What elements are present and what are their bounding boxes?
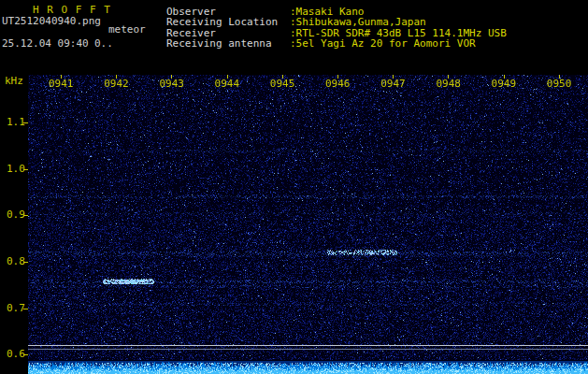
x-axis-time-label: 0949 [492, 79, 517, 89]
y-axis-freq-label: 0.8 [7, 256, 25, 266]
app-title: H R O F F T [33, 5, 111, 15]
echo-counter: 0.. [94, 38, 113, 49]
field-label: Receiver [166, 28, 290, 38]
frequency-unit-label: kHz [5, 76, 23, 86]
field-value: :5el Yagi Az 20 for Aomori VOR [290, 37, 476, 50]
x-axis-time-label: 0950 [547, 79, 572, 89]
x-axis-tick [116, 75, 117, 79]
observation-mode: meteor [108, 24, 146, 35]
x-axis-tick [171, 75, 172, 79]
spectrogram-canvas [28, 75, 588, 374]
y-axis-tick [23, 309, 28, 309]
y-axis-tick [23, 122, 28, 123]
field-label: Observer [166, 7, 290, 17]
y-axis-freq-label: 0.9 [7, 209, 25, 220]
x-axis-time-label: 0947 [380, 79, 406, 89]
x-axis-time-label: 0945 [270, 79, 295, 89]
x-axis-time-label: 0942 [104, 79, 129, 89]
hrofft-window: H R O F F T UT2512040940.png meteor 25.1… [0, 0, 588, 374]
x-axis-tick [559, 75, 560, 79]
x-axis-time-label: 0946 [325, 79, 351, 89]
y-axis-freq-label: 1.1 [7, 117, 25, 127]
y-axis-freq-label: 0.6 [7, 349, 25, 359]
station-info: Observer:Masaki Kano Receiving Location:… [166, 7, 507, 50]
x-axis-time-label: 0948 [436, 79, 461, 89]
station-info-row: Receiving antenna:5el Yagi Az 20 for Aom… [166, 38, 507, 49]
y-axis-tick [23, 215, 28, 216]
x-axis-tick [448, 75, 449, 79]
x-axis-time-label: 0941 [49, 79, 74, 89]
x-axis-tick [393, 75, 394, 79]
y-axis-tick [23, 354, 28, 355]
x-axis-time-label: 0943 [159, 79, 184, 89]
x-axis-tick [282, 75, 283, 79]
x-axis-tick [337, 75, 338, 79]
y-axis-tick [23, 169, 28, 170]
field-label: Receiving Location [166, 17, 290, 27]
datetime-label: 25.12.04 09:40 [2, 38, 89, 49]
output-filename: UT2512040940.png [2, 16, 101, 26]
x-axis-tick [227, 75, 228, 79]
y-axis-freq-label: 0.7 [7, 303, 25, 313]
x-axis-time-label: 0944 [215, 79, 240, 89]
y-axis-tick [23, 262, 28, 263]
x-axis-tick [504, 75, 505, 79]
x-axis-tick [61, 75, 62, 79]
y-axis-freq-label: 1.0 [7, 164, 25, 174]
field-label: Receiving antenna [166, 38, 290, 49]
